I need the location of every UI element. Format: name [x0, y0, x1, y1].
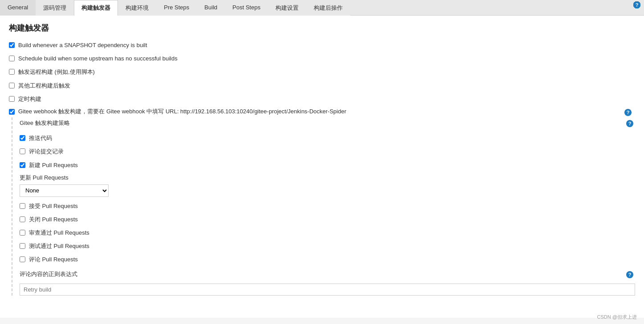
new-pr-row: 新建 Pull Requests: [20, 160, 635, 170]
tab-post-build[interactable]: 构建后操作: [306, 0, 350, 16]
tab-source[interactable]: 源码管理: [36, 0, 74, 16]
remote-checkbox[interactable]: [9, 69, 15, 75]
close-pr-label: 关闭 Pull Requests: [29, 216, 78, 224]
tab-pre-steps[interactable]: Pre Steps: [156, 0, 197, 16]
comment-pr-row: 评论 Pull Requests: [20, 255, 635, 264]
tab-general[interactable]: General: [0, 0, 36, 16]
gitee-webhook-help-icon[interactable]: ?: [624, 109, 632, 116]
close-pr-row: 关闭 Pull Requests: [20, 215, 635, 224]
regex-help-icon[interactable]: ?: [626, 271, 633, 278]
footer-credit: CSDN @但求上进: [597, 314, 637, 318]
gitee-webhook-label: Gitee webhook 触发构建，需要在 Gitee webhook 中填写…: [18, 108, 635, 116]
gitee-strategy-help-icon[interactable]: ?: [626, 120, 633, 127]
tab-build-settings[interactable]: 构建设置: [268, 0, 306, 16]
push-code-checkbox[interactable]: [20, 135, 25, 141]
remote-row: 触发远程构建 (例如,使用脚本) ?: [9, 67, 635, 77]
tab-build[interactable]: Build: [197, 0, 225, 16]
schedule-checkbox-row: Schedule build when some upstream has no…: [9, 54, 635, 64]
timer-checkbox-row: 定时构建: [9, 94, 635, 104]
page-title: 构建触发器: [9, 23, 635, 33]
review-pass-pr-row: 审查通过 Pull Requests: [20, 228, 635, 238]
comment-pr-checkbox[interactable]: [20, 256, 25, 262]
other-project-label: 其他工程构建后触发: [18, 82, 70, 90]
gitee-webhook-checkbox[interactable]: [9, 109, 15, 115]
timer-checkbox[interactable]: [9, 96, 15, 102]
review-pass-pr-checkbox[interactable]: [20, 230, 25, 236]
review-pass-pr-label: 审查通过 Pull Requests: [29, 229, 89, 237]
tab-post-steps[interactable]: Post Steps: [225, 0, 268, 16]
snapshot-label: Build whenever a SNAPSHOT dependency is …: [18, 41, 147, 49]
accept-pr-label: 接受 Pull Requests: [29, 202, 78, 210]
schedule-label: Schedule build when some upstream has no…: [18, 55, 178, 63]
other-project-checkbox-row: 其他工程构建后触发: [9, 81, 635, 91]
regex-label: 评论内容的正则表达式: [20, 270, 77, 278]
timer-row: 定时构建 ?: [9, 94, 635, 104]
snapshot-checkbox-row: Build whenever a SNAPSHOT dependency is …: [9, 40, 635, 50]
update-pr-dropdown[interactable]: None Opened Updated Reopened: [20, 184, 109, 197]
gitee-strategy-section: Gitee 触发构建策略 ? 推送代码 评论提交记录 新建 Pull Reque…: [12, 117, 635, 296]
update-pr-label: 更新 Pull Requests: [20, 174, 635, 182]
timer-help-icon[interactable]: ?: [633, 1, 640, 8]
timer-label: 定时构建: [18, 95, 41, 103]
regex-input[interactable]: [20, 284, 635, 296]
snapshot-row: Build whenever a SNAPSHOT dependency is …: [9, 40, 635, 50]
schedule-row: Schedule build when some upstream has no…: [9, 54, 635, 64]
comment-commit-label: 评论提交记录: [29, 148, 64, 156]
comment-pr-label: 评论 Pull Requests: [29, 256, 78, 264]
snapshot-checkbox[interactable]: [9, 42, 15, 48]
update-pr-section: 更新 Pull Requests None Opened Updated Reo…: [20, 174, 635, 197]
accept-pr-checkbox[interactable]: [20, 203, 25, 209]
new-pr-label: 新建 Pull Requests: [29, 161, 78, 169]
push-code-label: 推送代码: [29, 134, 52, 142]
comment-commit-row: 评论提交记录: [20, 147, 635, 156]
accept-pr-row: 接受 Pull Requests: [20, 201, 635, 211]
other-project-row: 其他工程构建后触发 ?: [9, 81, 635, 91]
push-code-row: 推送代码: [20, 133, 635, 143]
comment-commit-checkbox[interactable]: [20, 148, 25, 154]
remote-checkbox-row: 触发远程构建 (例如,使用脚本): [9, 67, 635, 77]
test-pass-pr-checkbox[interactable]: [20, 243, 25, 249]
tab-build-env[interactable]: 构建环境: [118, 0, 156, 16]
gitee-strategy-label: Gitee 触发构建策略: [20, 119, 70, 127]
schedule-checkbox[interactable]: [9, 56, 15, 61]
remote-label: 触发远程构建 (例如,使用脚本): [18, 68, 95, 76]
test-pass-pr-label: 测试通过 Pull Requests: [29, 242, 89, 250]
tab-build-trigger[interactable]: 构建触发器: [74, 0, 118, 16]
test-pass-pr-row: 测试通过 Pull Requests: [20, 241, 635, 251]
close-pr-checkbox[interactable]: [20, 216, 25, 222]
new-pr-checkbox[interactable]: [20, 162, 25, 168]
tab-bar: General 源码管理 构建触发器 构建环境 Pre Steps Build …: [0, 0, 644, 16]
page-content: 构建触发器 Build whenever a SNAPSHOT dependen…: [0, 16, 644, 318]
other-project-checkbox[interactable]: [9, 83, 15, 88]
